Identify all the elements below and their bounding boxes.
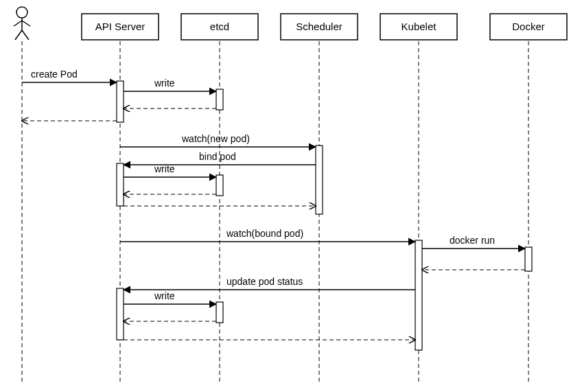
participant-kubelet: Kubelet [380, 14, 457, 40]
msg-label: create Pod [31, 69, 78, 80]
participant-etcd: etcd [181, 14, 258, 40]
participant-label: Scheduler [296, 21, 342, 32]
msg-label: watch(new pod) [181, 133, 250, 144]
participant-label: API Server [95, 21, 146, 32]
activation-apiserver-3 [117, 288, 124, 340]
msg-label: write [154, 290, 175, 301]
svg-line-5 [22, 30, 29, 40]
activation-apiserver-2 [117, 163, 124, 206]
msg-label: bind pod [199, 151, 236, 162]
msg-label: update pod status [226, 276, 303, 287]
svg-line-2 [14, 21, 22, 26]
msg-label: docker run [450, 235, 495, 246]
participant-label: Docker [512, 21, 545, 32]
participant-scheduler: Scheduler [281, 14, 358, 40]
activation-docker [525, 247, 532, 271]
activation-etcd-3 [216, 302, 223, 323]
participant-label: etcd [210, 21, 229, 32]
participant-label: Kubelet [401, 21, 437, 32]
svg-line-3 [22, 21, 30, 26]
sequence-diagram: API Server etcd Scheduler Kubelet Docker… [0, 0, 582, 392]
svg-line-4 [15, 30, 22, 40]
msg-label: write [154, 78, 175, 89]
msg-label: watch(bound pod) [226, 228, 303, 239]
msg-label: write [154, 163, 175, 174]
svg-point-0 [16, 7, 27, 18]
activation-kubelet [415, 240, 422, 350]
participant-apiserver: API Server [82, 14, 159, 40]
participant-docker: Docker [490, 14, 567, 40]
activation-scheduler [316, 146, 323, 214]
activation-apiserver-1 [117, 81, 124, 122]
activation-etcd-1 [216, 89, 223, 110]
actor-user [14, 7, 30, 40]
activation-etcd-2 [216, 175, 223, 196]
